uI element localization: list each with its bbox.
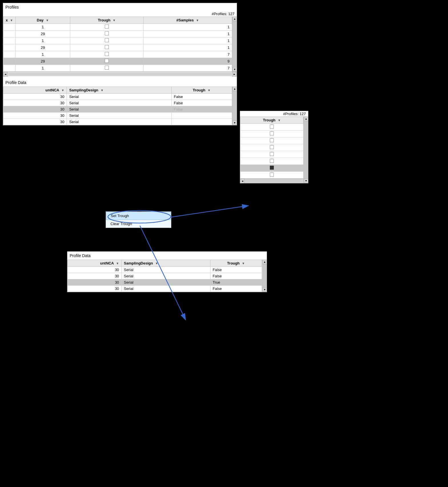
cell-right-trough[interactable] xyxy=(240,165,304,172)
table-row[interactable] xyxy=(240,158,304,165)
profiledata-vscroll[interactable]: ▲ ▼ xyxy=(232,87,237,125)
profiles-table-wrapper: x ▼ Day ▼ Trough ▼ #Samples ▼ 1129111291… xyxy=(3,17,237,72)
cell-bottom-untnca: 30 xyxy=(68,279,122,286)
checkbox-empty[interactable] xyxy=(105,52,109,56)
cell-right-trough[interactable] xyxy=(240,131,304,137)
cell-bottom-untnca: 30 xyxy=(68,267,122,273)
bottom-table: untNCA ▼ SamplingDesign ▼ Trough ▼ 30Ser… xyxy=(67,260,262,292)
table-row[interactable]: 30SerialFalse xyxy=(3,106,237,113)
bottom-scroll-down[interactable]: ▼ xyxy=(262,287,267,292)
right-vscroll[interactable]: ▲ ▼ xyxy=(304,117,308,183)
cell-right-trough[interactable] xyxy=(240,124,304,131)
cell-samplingdesign: Serial xyxy=(67,113,171,119)
table-row[interactable]: 299 xyxy=(3,58,237,65)
cell-trough-checkbox[interactable] xyxy=(70,31,144,37)
scroll-up-arrow2[interactable]: ▲ xyxy=(232,87,237,91)
bottom-vscroll[interactable]: ▲ ▼ xyxy=(262,260,267,292)
checkbox-empty[interactable] xyxy=(105,25,109,29)
scroll-up-arrow[interactable]: ▲ xyxy=(232,17,237,21)
cell-trough-checkbox[interactable] xyxy=(70,58,144,65)
checkbox-empty[interactable] xyxy=(105,31,109,35)
cell-right-trough[interactable] xyxy=(240,172,304,179)
col-samples: #Samples ▼ xyxy=(143,17,232,24)
filter-untnca-icon[interactable]: ▼ xyxy=(61,89,65,92)
checkbox-empty-right[interactable] xyxy=(270,125,274,129)
checkbox-empty[interactable] xyxy=(105,59,109,63)
table-row[interactable] xyxy=(240,165,304,172)
table-row[interactable]: 30SerialTrue xyxy=(68,279,262,286)
filter-x-icon[interactable]: ▼ xyxy=(10,19,13,22)
cell-untnca: 30 xyxy=(3,94,67,100)
scroll-track xyxy=(232,21,237,67)
menu-item-set-trough[interactable]: Set Trough xyxy=(106,212,171,220)
checkbox-empty-right[interactable] xyxy=(270,145,274,149)
filter-samples-icon[interactable]: ▼ xyxy=(196,19,199,22)
scroll-down-arrow2[interactable]: ▼ xyxy=(232,121,237,125)
scroll-right-arrow[interactable]: ► xyxy=(232,72,237,77)
cell-right-trough[interactable] xyxy=(240,158,304,165)
table-row[interactable] xyxy=(240,151,304,158)
bottom-scroll-track xyxy=(262,264,267,287)
cell-right-trough[interactable] xyxy=(240,151,304,158)
cell-right-trough[interactable] xyxy=(240,137,304,144)
checkbox-empty-right[interactable] xyxy=(270,131,274,135)
checkbox-empty-right[interactable] xyxy=(270,159,274,163)
table-row[interactable]: 291 xyxy=(3,31,237,37)
table-row[interactable]: 17 xyxy=(3,65,237,72)
cell-trough-checkbox[interactable] xyxy=(70,37,144,44)
profiles-count: #Profiles: 127 xyxy=(3,11,237,17)
menu-item-clear-trough[interactable]: Clear Trough xyxy=(106,220,171,228)
table-row[interactable] xyxy=(240,131,304,137)
checkbox-empty[interactable] xyxy=(105,45,109,49)
cell-right-trough[interactable] xyxy=(240,144,304,151)
checkbox-empty-right[interactable] xyxy=(270,138,274,142)
right-scroll-down[interactable]: ▼ xyxy=(304,179,308,183)
table-row[interactable]: 30SerialFalse xyxy=(3,100,237,106)
right-hscroll[interactable]: ◄ ► xyxy=(240,179,308,183)
bottom-panel: Profile Data untNCA ▼ SamplingDesign ▼ T… xyxy=(67,251,267,292)
checkbox-filled-right[interactable] xyxy=(270,166,274,170)
table-row[interactable]: 11 xyxy=(3,37,237,44)
scroll-left-arrow[interactable]: ◄ xyxy=(3,72,8,77)
filter-day-icon[interactable]: ▼ xyxy=(46,19,49,22)
filter-trough-icon[interactable]: ▼ xyxy=(112,19,116,22)
bottom-scroll-up[interactable]: ▲ xyxy=(262,260,267,264)
filter-right-trough-icon[interactable]: ▼ xyxy=(278,119,281,122)
cell-trough-checkbox[interactable] xyxy=(70,65,144,72)
table-row[interactable]: 291 xyxy=(3,44,237,51)
checkbox-empty[interactable] xyxy=(105,66,109,70)
table-row[interactable]: 30SerialFalse xyxy=(68,286,262,292)
filter-samplingdesign-icon[interactable]: ▼ xyxy=(101,89,104,92)
filter-trough2-icon[interactable]: ▼ xyxy=(208,89,211,92)
table-row[interactable]: 11 xyxy=(3,24,237,31)
scroll-htrack xyxy=(8,73,232,76)
cell-trough-checkbox[interactable] xyxy=(70,51,144,58)
checkbox-empty-right[interactable] xyxy=(270,152,274,156)
right-scroll-left[interactable]: ◄ xyxy=(240,179,245,183)
cell-trough-checkbox[interactable] xyxy=(70,24,144,31)
filter-bottom-trough-icon[interactable]: ▼ xyxy=(242,262,245,265)
table-row[interactable] xyxy=(240,137,304,144)
table-row[interactable] xyxy=(240,124,304,131)
scroll-down-arrow[interactable]: ▼ xyxy=(232,67,237,72)
profiles-hscroll[interactable]: ◄ ► xyxy=(3,72,237,76)
table-row[interactable] xyxy=(240,144,304,151)
table-row[interactable]: 30SerialFalse xyxy=(3,94,237,100)
profiles-vscroll[interactable]: ▲ ▼ xyxy=(232,17,237,72)
table-row[interactable]: 17 xyxy=(3,51,237,58)
scroll-track2 xyxy=(232,91,237,121)
checkbox-empty-right[interactable] xyxy=(270,173,274,177)
table-row[interactable]: 30SerialFalse xyxy=(68,273,262,279)
right-scroll-up[interactable]: ▲ xyxy=(304,117,308,121)
cell-day: 29 xyxy=(15,44,70,51)
table-row[interactable] xyxy=(240,172,304,179)
cell-samples: 1 xyxy=(143,31,232,37)
cell-x xyxy=(3,44,16,51)
table-row[interactable]: 30Serial xyxy=(3,113,237,119)
filter-bottom-untnca-icon[interactable]: ▼ xyxy=(116,262,119,265)
checkbox-empty[interactable] xyxy=(105,38,109,42)
table-row[interactable]: 30Serial xyxy=(3,119,237,125)
cell-trough-checkbox[interactable] xyxy=(70,44,144,51)
filter-bottom-sd-icon[interactable]: ▼ xyxy=(155,262,158,265)
table-row[interactable]: 30SerialFalse xyxy=(68,267,262,273)
